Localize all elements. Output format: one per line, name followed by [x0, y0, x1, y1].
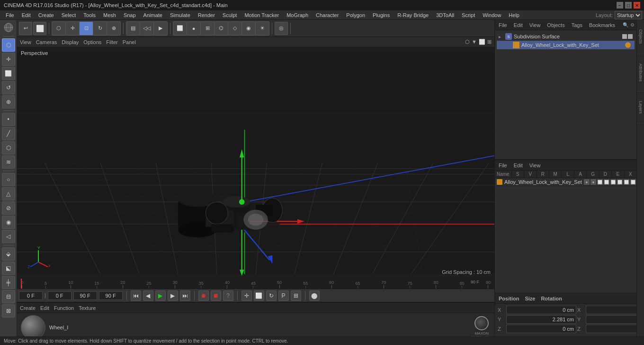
- key-rotate-btn[interactable]: ↻: [266, 291, 277, 301]
- panel-icon-2[interactable]: ▼: [472, 39, 477, 45]
- side-tab-objects[interactable]: Objects: [637, 20, 644, 54]
- attr-icon-5[interactable]: ⬜: [610, 179, 616, 185]
- current-frame-field[interactable]: [48, 291, 72, 300]
- record-btn[interactable]: ⏺: [198, 291, 209, 301]
- menu-window[interactable]: Window: [479, 11, 505, 19]
- end-frame-field2[interactable]: [99, 291, 123, 300]
- light-btn[interactable]: ☀: [256, 22, 269, 35]
- next-frame-btn[interactable]: ▶: [168, 291, 178, 301]
- mat-create-menu[interactable]: Create: [20, 305, 36, 311]
- menu-polygon[interactable]: Polygon: [342, 11, 369, 19]
- obj-settings-icon[interactable]: ⚙: [630, 22, 635, 27]
- edge-mode[interactable]: ╱: [2, 127, 15, 140]
- vis-icon-1[interactable]: [622, 34, 627, 39]
- mat-texture-menu[interactable]: Texture: [79, 305, 96, 311]
- menu-simulate[interactable]: Simulate: [166, 11, 194, 19]
- menu-snap[interactable]: Snap: [120, 11, 140, 19]
- nurbs-btn[interactable]: ⌬: [215, 22, 228, 35]
- coord-size-x-field[interactable]: [586, 306, 644, 314]
- paint-tool[interactable]: ◉: [2, 216, 15, 229]
- magnet-tool[interactable]: ⬙: [2, 247, 15, 261]
- timeline-settings-btn[interactable]: ⬤: [309, 291, 320, 301]
- select-tool[interactable]: ⬡: [2, 38, 15, 52]
- attr-icon-1[interactable]: ●: [584, 179, 590, 185]
- material-btn[interactable]: ◎: [275, 22, 288, 35]
- menu-3dtoall[interactable]: 3DToAll: [432, 11, 458, 19]
- vp-panel-menu[interactable]: Panel: [123, 39, 136, 45]
- menu-file[interactable]: File: [2, 11, 18, 19]
- vp-view-menu[interactable]: View: [20, 39, 31, 45]
- select-mode-btn[interactable]: ⬡: [52, 22, 65, 35]
- viewport-play-btn[interactable]: ▶: [154, 22, 167, 35]
- uv-mode[interactable]: ≋: [2, 155, 15, 169]
- play-btn[interactable]: ▶: [155, 291, 166, 301]
- obj-bookmarks-tab[interactable]: Bookmarks: [587, 22, 617, 28]
- panel-icon-maximize[interactable]: ⊞: [487, 39, 492, 45]
- attr-icon-3[interactable]: ⬜: [597, 179, 603, 185]
- key-scale-btn[interactable]: ⬜: [254, 291, 264, 301]
- camera-btn[interactable]: ◉: [242, 22, 255, 35]
- scale-mode-btn[interactable]: ⊡: [80, 22, 93, 35]
- end-frame-field[interactable]: [73, 291, 97, 300]
- mat-edit-menu[interactable]: Edit: [40, 305, 49, 311]
- move-mode-btn[interactable]: ✛: [66, 22, 79, 35]
- attr-icon-6[interactable]: ⬜: [617, 179, 623, 185]
- obj-search-icon[interactable]: 🔍: [623, 22, 628, 27]
- key-param-btn[interactable]: P: [278, 291, 289, 301]
- mat-function-menu[interactable]: Function: [54, 305, 74, 311]
- menu-plugins[interactable]: Plugins: [369, 11, 394, 19]
- vp-options-menu[interactable]: Options: [83, 39, 101, 45]
- menu-motion-tracker[interactable]: Motion Tracker: [241, 11, 283, 19]
- coord-size-y-field[interactable]: [586, 315, 644, 324]
- rotate-tool[interactable]: ↺: [2, 81, 15, 94]
- coord-size-z-field[interactable]: [586, 325, 644, 333]
- obj-tags-tab[interactable]: Tags: [570, 22, 584, 28]
- obj-file-tab[interactable]: File: [497, 22, 509, 28]
- coord-pos-x-field[interactable]: [506, 306, 576, 314]
- vp-cameras-menu[interactable]: Cameras: [36, 39, 57, 45]
- viewport-film-btn[interactable]: ▤: [126, 22, 140, 35]
- auto-key-btn[interactable]: ⏹: [211, 291, 221, 301]
- attr-file-tab[interactable]: File: [497, 163, 509, 168]
- tree-item-alloy[interactable]: Alloy_Wheel_Lock_with_Key_Set: [497, 41, 635, 49]
- menu-select[interactable]: Select: [58, 11, 80, 19]
- timeline-playhead[interactable]: [21, 279, 22, 289]
- menu-render[interactable]: Render: [194, 11, 219, 19]
- start-frame-field[interactable]: [19, 291, 43, 300]
- attr-object-row[interactable]: Alloy_Wheel_Lock_with_Key_Set ● ● ⬜ ⬜ ⬜ …: [495, 178, 636, 186]
- maximize-button[interactable]: □: [625, 2, 632, 9]
- object-mode[interactable]: ○: [2, 173, 15, 186]
- attr-icon-8[interactable]: ⬜: [630, 179, 636, 185]
- menu-mograph[interactable]: MoGraph: [283, 11, 312, 19]
- poly-mode[interactable]: ⬡: [2, 141, 15, 154]
- attr-icon-7[interactable]: ⬜: [624, 179, 629, 185]
- menu-sculpt[interactable]: Sculpt: [219, 11, 241, 19]
- viewport-icon[interactable]: [2, 21, 15, 34]
- vp-display-menu[interactable]: Display: [62, 39, 79, 45]
- tree-item-subdivision[interactable]: ▸ S Subdivision Surface: [497, 32, 635, 41]
- layout-select[interactable]: Startup: [615, 11, 642, 19]
- key-move-btn[interactable]: ✛: [242, 291, 252, 301]
- menu-script[interactable]: Script: [458, 11, 479, 19]
- attr-icon-2[interactable]: ●: [590, 179, 596, 185]
- attr-view-tab[interactable]: View: [528, 163, 543, 168]
- timeline-track[interactable]: 0 5 10 15 20 25 30 35 40 45 50 55 60 65: [17, 279, 494, 289]
- side-tab-layers[interactable]: Layers: [637, 91, 644, 124]
- vis-icon-2[interactable]: [628, 34, 633, 39]
- knife-tool[interactable]: ╪: [2, 276, 15, 289]
- menu-animate[interactable]: Animate: [140, 11, 166, 19]
- vp-filter-menu[interactable]: Filter: [106, 39, 117, 45]
- prev-frame-btn[interactable]: ◀: [143, 291, 153, 301]
- close-button[interactable]: ✕: [634, 2, 640, 9]
- snap-tool[interactable]: ⬕: [2, 262, 15, 275]
- side-tab-attributes[interactable]: Attributes: [637, 54, 644, 91]
- coord-pos-y-field[interactable]: [506, 315, 576, 324]
- sphere-btn[interactable]: ●: [187, 22, 200, 35]
- point-mode[interactable]: •: [2, 113, 15, 126]
- menu-help[interactable]: Help: [505, 11, 523, 19]
- obj-objects-tab[interactable]: Objects: [545, 22, 566, 28]
- undo-button[interactable]: ↩: [19, 22, 32, 35]
- redo-button[interactable]: ⬜: [33, 22, 46, 35]
- key-all-btn[interactable]: ⊞: [291, 291, 301, 301]
- cube-btn[interactable]: ⬜: [173, 22, 187, 35]
